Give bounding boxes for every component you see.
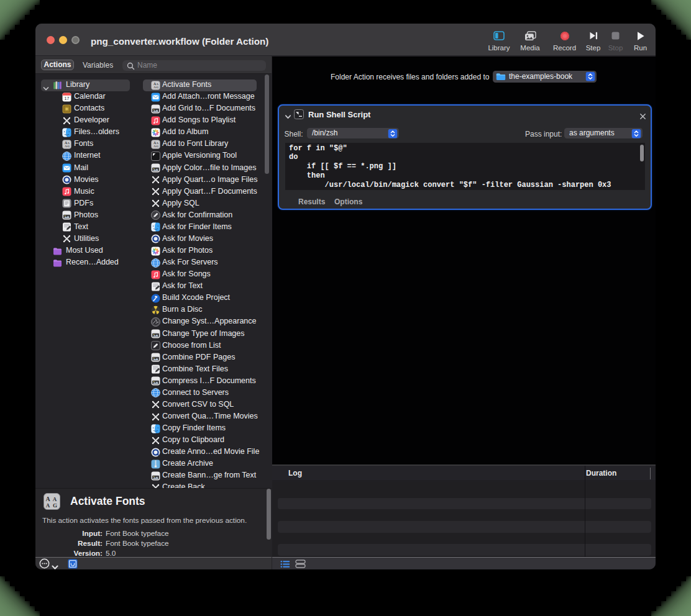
svg-text:A: A: [46, 502, 50, 509]
svg-text:G: G: [67, 145, 70, 148]
svg-text:A: A: [45, 496, 50, 502]
svg-text:A: A: [153, 145, 156, 148]
svg-text:G: G: [156, 86, 158, 89]
svg-text:A: A: [53, 496, 57, 502]
svg-text:A: A: [65, 145, 67, 148]
svg-text:G: G: [156, 145, 158, 148]
svg-text:A: A: [67, 142, 70, 145]
svg-text:A: A: [153, 86, 156, 89]
svg-text:A: A: [156, 82, 158, 85]
svg-text:G: G: [53, 502, 57, 509]
svg-text:17: 17: [65, 96, 70, 101]
svg-text:A: A: [156, 142, 158, 145]
